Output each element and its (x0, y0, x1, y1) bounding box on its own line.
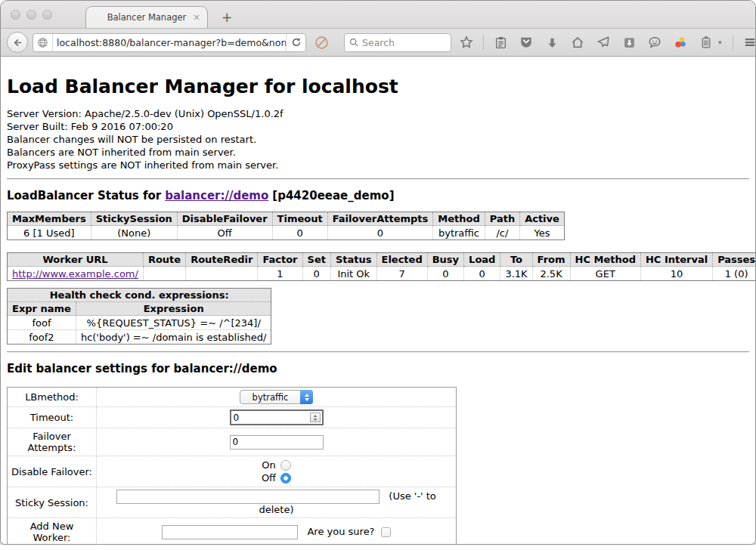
lbmethod-select[interactable]: bytraffic (240, 390, 313, 404)
column-header: FailoverAttempts (327, 212, 433, 226)
failover-attempts-input[interactable] (230, 435, 324, 450)
table-cell: (None) (91, 226, 177, 240)
table-cell: 0 (272, 226, 327, 240)
content-block-icon[interactable] (311, 32, 332, 53)
column-header: Set (302, 253, 330, 267)
new-tab-button[interactable]: + (222, 11, 232, 24)
timeout-label: Timeout: (8, 407, 97, 428)
menu-icon[interactable] (739, 32, 756, 53)
disable-failover-label: Disable Failover: (8, 456, 97, 487)
timeout-input[interactable] (231, 411, 308, 424)
back-button[interactable] (7, 32, 28, 53)
column-header: Active (520, 212, 565, 226)
url-bar[interactable]: localhost:8880/balancer-manager?b=demo&n… (33, 33, 306, 52)
lbmethod-row: LBmethod: bytraffic (8, 388, 457, 407)
timeout-row: Timeout: (8, 407, 457, 428)
header-row: MaxMembersStickySessionDisableFailoverTi… (8, 212, 565, 226)
edit-balancer-heading: Edit balancer settings for balancer://de… (7, 362, 749, 375)
toolbar-separator (733, 35, 733, 50)
color-palette-icon[interactable] (670, 32, 691, 53)
divider (7, 351, 749, 353)
worker-status-table: Worker URLRouteRouteRedirFactorSetStatus… (7, 252, 755, 281)
table-cell: hc('body') =~ /domain is established/ (76, 330, 271, 345)
lbmethod-label: LBmethod: (8, 388, 97, 407)
select-stepper-icon (300, 390, 313, 404)
add-worker-row: Add New Worker: Are you sure? (8, 518, 457, 545)
containers-icon[interactable] (696, 32, 717, 53)
table-cell: foof (8, 316, 76, 330)
failover-attempts-label: Failover Attempts: (8, 428, 97, 456)
reload-button[interactable] (286, 34, 305, 51)
close-window-button[interactable] (11, 10, 20, 20)
containers-dropdown-caret-icon[interactable]: ▾ (718, 39, 722, 46)
number-spinner-icon[interactable] (310, 412, 321, 422)
column-header: Path (485, 212, 519, 226)
disable-failover-on-radio[interactable] (280, 460, 291, 471)
column-header: HC Interval (640, 253, 712, 267)
disable-failover-row: Disable Failover: On Off (8, 456, 457, 487)
header-row: Worker URLRouteRouteRedirFactorSetStatus… (8, 253, 756, 267)
table-cell: 2.5K (532, 267, 570, 281)
column-header: Route (143, 253, 185, 267)
reading-list-icon[interactable] (490, 32, 511, 53)
column-header: StickySession (91, 212, 177, 226)
server-built-line: Server Built: Feb 9 2016 07:00:20 (7, 120, 749, 133)
column-header: Expression (76, 302, 271, 316)
browser-window: Balancer Manager × + localhost:8880/bala… (0, 0, 756, 545)
table-cell: %{REQUEST_STATUS} =~ /^[234]/ (76, 316, 271, 330)
status-heading-prefix: LoadBalancer Status for (7, 189, 161, 202)
edit-balancer-form: LBmethod: bytraffic Timeout: (7, 387, 457, 544)
worker-url-link[interactable]: http://www.example.com/ (12, 268, 138, 280)
sticky-session-input[interactable] (116, 490, 380, 504)
add-worker-input[interactable] (162, 525, 298, 539)
column-header: Worker URL (8, 253, 144, 267)
column-header: Status (330, 253, 376, 267)
search-input[interactable] (362, 37, 446, 48)
table-row: 6 [1 Used](None)Off00bytraffic/c/Yes (8, 226, 565, 240)
column-header: Method (433, 212, 485, 226)
zoom-window-button[interactable] (42, 10, 52, 20)
downloads-icon[interactable] (541, 32, 562, 53)
table-cell (186, 267, 258, 281)
send-to-device-icon[interactable] (593, 32, 614, 53)
table-cell: 1 (258, 267, 302, 281)
lbmethod-selected-value: bytraffic (240, 391, 300, 403)
disable-failover-off-radio[interactable] (280, 473, 291, 484)
page-title: Load Balancer Manager for localhost (7, 76, 749, 97)
server-version-line: Server Version: Apache/2.5.0-dev (Unix) … (7, 107, 749, 120)
failover-attempts-row: Failover Attempts: (8, 428, 457, 456)
toolbar-separator (483, 35, 484, 50)
table-row: foof%{REQUEST_STATUS} =~ /^[234]/ (8, 316, 271, 330)
table-cell: 6 [1 Used] (8, 226, 91, 240)
minimize-window-button[interactable] (26, 10, 36, 20)
tab-close-icon[interactable]: × (193, 13, 200, 22)
column-header: MaxMembers (8, 212, 91, 226)
titlebar: Balancer Manager × + (1, 1, 755, 28)
home-icon[interactable] (567, 32, 588, 53)
back-icon (12, 37, 23, 48)
table-cell: 3.1K (500, 267, 532, 281)
url-text[interactable]: localhost:8880/balancer-manager?b=demo&n… (53, 37, 286, 48)
balancer-demo-link[interactable]: balancer://demo (165, 189, 268, 202)
add-worker-label: Add New Worker: (8, 518, 97, 545)
table-cell: http://www.example.com/ (8, 267, 144, 281)
pocket-icon[interactable] (516, 32, 537, 53)
health-check-table-title: Health check cond. expressions: (8, 289, 271, 302)
table-cell: 0 (464, 267, 500, 281)
table-row: http://www.example.com/10Init Ok7003.1K2… (8, 267, 756, 281)
divider (7, 178, 749, 180)
column-header: Load (464, 253, 500, 267)
tab-balancer-manager[interactable]: Balancer Manager × (85, 6, 208, 28)
search-bar[interactable] (344, 33, 451, 52)
are-you-sure-checkbox[interactable] (381, 527, 391, 537)
table-cell: 0 (327, 226, 433, 240)
proxypass-note-line: ProxyPass settings are NOT inherited fro… (7, 159, 749, 171)
table-cell: /c/ (485, 226, 519, 240)
bookmark-star-icon[interactable] (456, 32, 477, 53)
server-info: Server Version: Apache/2.5.0-dev (Unix) … (7, 107, 749, 171)
feedback-smiley-icon[interactable] (644, 32, 665, 53)
save-page-icon[interactable] (618, 32, 640, 53)
tab-title: Balancer Manager (107, 12, 187, 23)
are-you-sure-label: Are you sure? (307, 526, 374, 537)
health-check-table: Health check cond. expressions: Expr nam… (7, 288, 271, 345)
